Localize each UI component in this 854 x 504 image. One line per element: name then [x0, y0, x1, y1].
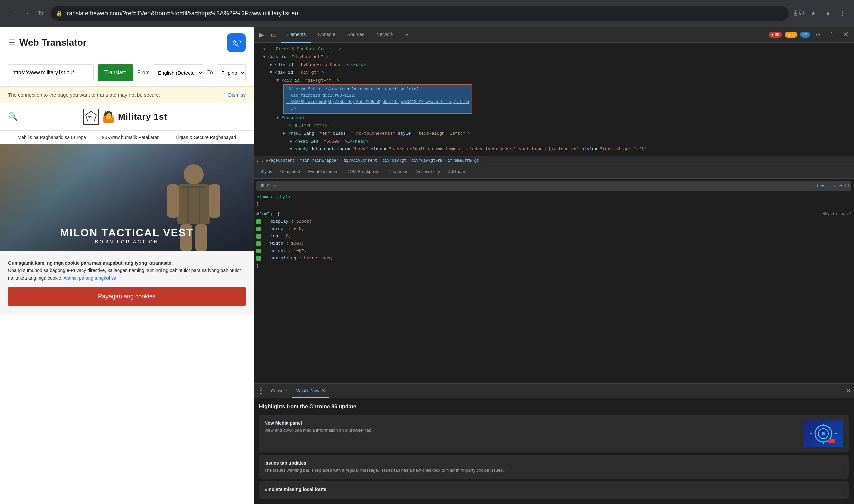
- whats-new-close-button[interactable]: ✕: [321, 387, 325, 394]
- add-rule-icon[interactable]: +: [839, 183, 843, 189]
- selected-iframe-element[interactable]: "0" src= "https://www.translatoruser-int…: [283, 85, 473, 114]
- sub-tab-adguard[interactable]: AdGuard: [444, 165, 469, 178]
- search-icon[interactable]: 🔍: [8, 112, 18, 122]
- url-field[interactable]: [8, 65, 94, 81]
- dismiss-button[interactable]: Dismiss: [228, 92, 246, 98]
- whats-new-heading: Highlights from the Chrome 86 update: [259, 403, 849, 410]
- breadcrumb-item-mainwrapper[interactable]: main#mainWrapper: [300, 158, 338, 163]
- nav-link-return[interactable]: 90-Araw bumalik Patakaran: [102, 134, 160, 140]
- checkbox-border[interactable]: [256, 227, 261, 231]
- dom-line-divTgt[interactable]: ▼ <div id= "divTgt" >: [256, 69, 851, 76]
- sub-tab-event-listeners[interactable]: Event Listeners: [304, 165, 342, 178]
- bottom-tab-whats-new[interactable]: What's New ✕: [292, 383, 329, 398]
- breadcrumb-item-iframe[interactable]: iframe#frmTgt: [448, 158, 479, 163]
- expand-icon-8[interactable]: ▼: [290, 146, 292, 151]
- expand-icon-4[interactable]: ▼: [277, 78, 279, 83]
- dom-tag-close2: >…</div>: [345, 62, 366, 68]
- tab-console[interactable]: Console: [313, 27, 340, 43]
- prop-value-height: 100%;: [294, 248, 307, 253]
- dom-line-divTgtFrm[interactable]: ▼ <div id= "divTgtFrm" >: [256, 77, 851, 85]
- nav-link-delivery[interactable]: Mabilis na Paghahatid sa Europa: [18, 134, 86, 140]
- tab-more[interactable]: »: [400, 27, 413, 43]
- from-language-select[interactable]: English (Detecte: [154, 65, 203, 81]
- devtools-header: ▶ ▭ Elements Console Sources Network » ●…: [254, 27, 854, 43]
- hero-text: MILON TACTICAL VEST BORN FOR ACTION: [53, 220, 200, 251]
- close-devtools-button[interactable]: ✕: [840, 29, 851, 40]
- back-button[interactable]: ←: [5, 7, 17, 19]
- breadcrumb-item-divtgt[interactable]: div#divTgt: [382, 158, 406, 163]
- translate-button[interactable]: Translate: [98, 65, 133, 81]
- svg-rect-5: [177, 184, 210, 224]
- update-card-media-title: New Media panel: [264, 420, 798, 426]
- url-input[interactable]: [66, 10, 783, 17]
- sub-tab-styles[interactable]: Styles: [256, 165, 276, 178]
- to-language-select[interactable]: Filipino: [217, 65, 246, 81]
- page-style-icon[interactable]: □: [845, 183, 849, 189]
- dom-line-body[interactable]: ▼ <body data-container= "body" class= "s…: [256, 145, 851, 153]
- expand-icon-6[interactable]: ►: [283, 131, 286, 136]
- svg-rect-4: [184, 164, 204, 184]
- translator-controls: Translate From English (Detecte To Filip…: [0, 59, 254, 87]
- device-toggle-button[interactable]: ▭: [268, 29, 280, 40]
- accept-cookies-button[interactable]: Payagan ang cookies: [8, 287, 246, 306]
- dom-attr-lang-value: "en": [320, 131, 330, 136]
- dom-attr-len: len=: [310, 139, 321, 144]
- tab-sources[interactable]: Sources: [342, 27, 370, 43]
- dom-line-bvPageErrorPane[interactable]: ► <div id= "bvPageErrorPane" >…</div>: [256, 61, 851, 69]
- dom-line-document[interactable]: ▼ #document: [256, 114, 851, 122]
- dom-line-iframe-selected[interactable]: "0" src= "https://www.translatoruser-int…: [256, 85, 851, 114]
- translate-page-icon[interactable]: 古即: [793, 7, 805, 19]
- checkbox-height[interactable]: [256, 249, 261, 253]
- bookmark-icon[interactable]: ★: [807, 7, 819, 19]
- css-property-top: top : 0;: [256, 233, 851, 240]
- expand-icon-5[interactable]: ▼: [277, 115, 279, 121]
- bottom-tab-console[interactable]: Console: [267, 383, 291, 398]
- cls-toggle[interactable]: .cls: [827, 184, 837, 188]
- prop-name-width: width: [265, 241, 283, 246]
- breadcrumb-item-divcontent[interactable]: div#divContent: [343, 158, 377, 163]
- tab-network[interactable]: Network: [371, 27, 398, 43]
- nav-link-payment[interactable]: Ligtas & Secure Pagbabayad: [176, 134, 236, 140]
- bottom-panel-menu-icon[interactable]: [256, 386, 266, 395]
- update-card-issues-text: Issues tab updates The Issues warning ba…: [264, 460, 843, 474]
- iframe-src-link[interactable]: "https://www.translatoruser-int.com/tran…: [286, 87, 469, 105]
- dom-tag-close: >: [325, 54, 328, 59]
- expand-icon-3[interactable]: ▼: [270, 70, 272, 75]
- forward-button[interactable]: →: [20, 7, 32, 19]
- devtools-breadcrumb: ... #PageContent › main#mainWrapper › di…: [254, 156, 854, 165]
- menu-icon[interactable]: ⋮: [837, 7, 849, 19]
- profile-icon[interactable]: ●: [822, 7, 834, 19]
- breadcrumb-item-pagecontent[interactable]: ... #PageContent: [256, 158, 295, 163]
- cookie-learn-more-link[interactable]: Alamin pa ang tungkol sa: [64, 275, 116, 281]
- site-header: 🔍 PEN 🤷 Military 1st: [0, 104, 254, 130]
- expand-icon[interactable]: ▼: [263, 54, 266, 59]
- dom-line-head[interactable]: ► <head len= "55609" >…</head>: [256, 138, 851, 145]
- checkbox-top[interactable]: [256, 234, 261, 239]
- checkbox-box-sizing[interactable]: [256, 256, 261, 261]
- settings-icon[interactable]: ⚙: [813, 30, 823, 40]
- sub-tab-accessibility[interactable]: Accessibility: [412, 165, 444, 178]
- tab-elements[interactable]: Elements: [281, 27, 311, 43]
- hamburger-menu-icon[interactable]: ☰: [8, 38, 15, 48]
- css-source-bv[interactable]: BV.min.css:1: [823, 211, 851, 217]
- sub-tab-computed[interactable]: Computed: [276, 165, 304, 178]
- checkbox-width[interactable]: [256, 241, 261, 246]
- breadcrumb-sep-5: ›: [444, 158, 446, 163]
- breadcrumb-sep-2: ›: [340, 158, 342, 163]
- sub-tab-dom-breakpoints[interactable]: DOM Breakpoints: [342, 165, 385, 178]
- reload-button[interactable]: ↻: [35, 7, 47, 19]
- address-bar[interactable]: 🔒: [51, 6, 788, 21]
- checkbox-display[interactable]: [256, 219, 261, 224]
- styles-filter-input[interactable]: [267, 183, 812, 188]
- dom-tag-div: <div: [268, 54, 281, 59]
- hov-toggle[interactable]: :hov: [815, 184, 824, 188]
- breadcrumb-item-divtgtfrm[interactable]: div#divTgtFrm: [411, 158, 443, 163]
- vertical-dots-icon[interactable]: ⋮: [826, 30, 837, 40]
- dom-line-divContent[interactable]: ▼ <div id= "divContent" >: [256, 53, 851, 61]
- sub-tab-properties[interactable]: Properties: [385, 165, 412, 178]
- inspect-element-button[interactable]: ▶: [256, 29, 267, 40]
- expand-icon-2[interactable]: ►: [270, 62, 272, 68]
- expand-icon-7[interactable]: ►: [290, 139, 292, 144]
- close-bottom-panel-button[interactable]: ✕: [846, 386, 851, 395]
- dom-line-html[interactable]: ► <html lang= "en" class= " no-toucheven…: [256, 129, 851, 137]
